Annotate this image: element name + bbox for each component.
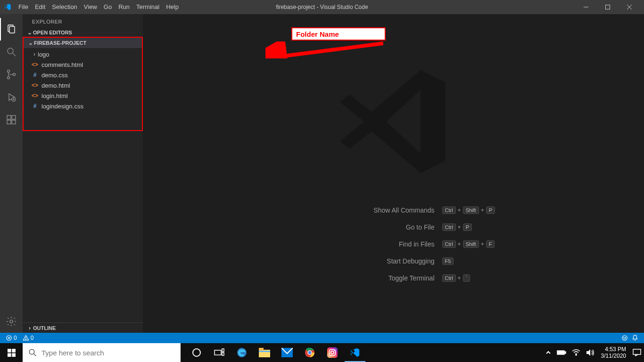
edge-icon[interactable] [231, 343, 253, 362]
svg-point-26 [624, 337, 624, 337]
shortcut-go-to-file: Go to File Ctrl+ P [293, 219, 494, 236]
menu-selection[interactable]: Selection [49, 0, 80, 14]
shortcut-label: Find in Files [293, 240, 435, 248]
minimize-button[interactable] [575, 0, 597, 14]
svg-point-10 [13, 74, 16, 76]
key: F5 [442, 257, 454, 265]
file-explorer-icon[interactable] [253, 343, 276, 362]
title-bar: File Edit Selection View Go Run Terminal… [0, 0, 644, 14]
menu-edit[interactable]: Edit [32, 0, 49, 14]
start-button[interactable] [0, 343, 23, 362]
taskbar-search-input[interactable] [41, 349, 175, 357]
key: P [486, 206, 495, 214]
menu-help[interactable]: Help [163, 0, 182, 14]
status-errors[interactable]: 0 [4, 335, 19, 341]
mail-icon[interactable] [276, 343, 298, 362]
cortana-icon[interactable] [185, 343, 208, 362]
svg-point-34 [193, 349, 200, 356]
html-file-icon: <> [31, 82, 39, 89]
task-view-icon[interactable] [208, 343, 231, 362]
tree-file-logindesign-css[interactable]: # logindesign.css [24, 101, 142, 111]
outline-label: OUTLINE [33, 325, 56, 331]
tree-label: logo [38, 51, 50, 58]
vscode-taskbar-icon[interactable] [344, 343, 366, 362]
shortcut-start-debugging: Start Debugging F5 [293, 253, 494, 270]
css-file-icon: # [31, 71, 39, 79]
tree-file-demo-css[interactable]: # demo.css [24, 70, 142, 80]
outline-section[interactable]: › OUTLINE [23, 322, 143, 333]
explorer-sidebar: EXPLORER ⌄ OPEN EDITORS ⌄ FIREBASE-PROJE… [23, 14, 143, 333]
svg-rect-35 [215, 350, 221, 355]
tray-volume-icon[interactable] [583, 343, 597, 362]
project-folder-header[interactable]: ⌄ FIREBASE-PROJECT [24, 38, 142, 48]
key: Shift [463, 240, 479, 248]
search-icon[interactable] [0, 41, 23, 63]
svg-rect-30 [8, 353, 11, 357]
menu-terminal[interactable]: Terminal [133, 0, 163, 14]
key: Ctrl [442, 274, 456, 282]
shortcut-label: Toggle Terminal [293, 274, 435, 282]
clock-time: 4:53 PM [601, 346, 626, 353]
tree-file-demo-html[interactable]: <> demo.html [24, 80, 142, 90]
source-control-icon[interactable] [0, 63, 23, 86]
tray-wifi-icon[interactable] [569, 343, 583, 362]
tray-battery-icon[interactable] [554, 343, 569, 362]
svg-rect-47 [327, 347, 338, 358]
top-menu: File Edit Selection View Go Run Terminal… [15, 0, 182, 14]
activity-bar [0, 14, 23, 333]
windows-taskbar: 4:53 PM 3/11/2020 [0, 343, 644, 362]
project-name-label: FIREBASE-PROJECT [34, 40, 86, 46]
instagram-icon[interactable] [321, 343, 344, 362]
close-button[interactable] [619, 0, 640, 14]
menu-run[interactable]: Run [115, 0, 133, 14]
svg-rect-16 [12, 115, 16, 119]
chevron-right-icon: › [31, 51, 38, 58]
tree-label: comments.html [41, 61, 83, 68]
menu-file[interactable]: File [15, 0, 32, 14]
extensions-icon[interactable] [0, 108, 23, 131]
svg-rect-56 [633, 349, 641, 354]
open-editors-section[interactable]: ⌄ OPEN EDITORS [23, 27, 143, 38]
status-notifications-icon[interactable] [630, 335, 640, 341]
tree-label: logindesign.css [41, 103, 83, 110]
taskbar-search[interactable] [23, 343, 181, 362]
taskbar-clock[interactable]: 4:53 PM 3/11/2020 [597, 346, 630, 359]
shortcut-toggle-terminal: Toggle Terminal Ctrl+ ` [293, 270, 494, 287]
chrome-icon[interactable] [298, 343, 321, 362]
key: Ctrl [442, 240, 456, 248]
file-tree: › logo <> comments.html # demo.css <> de… [24, 48, 142, 111]
run-debug-icon[interactable] [0, 86, 23, 108]
chevron-down-icon: ⌄ [26, 29, 33, 36]
tree-file-login-html[interactable]: <> login.html [24, 90, 142, 101]
tree-label: login.html [41, 92, 68, 99]
menu-view[interactable]: View [81, 0, 100, 14]
explorer-icon[interactable] [0, 18, 23, 41]
tree-label: demo.css [41, 72, 68, 79]
key: Ctrl [442, 206, 456, 214]
svg-rect-5 [9, 26, 15, 33]
svg-point-6 [8, 48, 13, 54]
window-title: firebase-project - Visual Studio Code [276, 4, 368, 10]
svg-point-45 [308, 351, 311, 354]
status-warnings[interactable]: 0 [21, 335, 36, 341]
shortcut-label: Go to File [293, 223, 435, 231]
clock-date: 3/11/2020 [601, 353, 626, 359]
window-controls [575, 0, 640, 14]
svg-rect-37 [222, 353, 224, 355]
vscode-logo-icon [4, 3, 11, 11]
action-center-icon[interactable] [630, 343, 644, 362]
tree-folder-logo[interactable]: › logo [24, 49, 142, 59]
settings-gear-icon[interactable] [0, 310, 23, 333]
key: P [463, 223, 472, 231]
annotation-red-box: ⌄ FIREBASE-PROJECT › logo <> comments.ht… [23, 37, 143, 131]
menu-go[interactable]: Go [100, 0, 115, 14]
maximize-button[interactable] [597, 0, 619, 14]
tree-file-comments-html[interactable]: <> comments.html [24, 59, 142, 70]
tray-chevron-up-icon[interactable] [543, 343, 554, 362]
key: Ctrl [442, 223, 456, 231]
status-feedback-icon[interactable] [619, 335, 630, 341]
key: ` [463, 274, 471, 282]
editor-area: Folder Name Show All Commands Ctrl+ Shif… [143, 14, 644, 333]
svg-rect-14 [7, 120, 11, 124]
shortcut-show-all-commands: Show All Commands Ctrl+ Shift+ P [293, 202, 494, 219]
